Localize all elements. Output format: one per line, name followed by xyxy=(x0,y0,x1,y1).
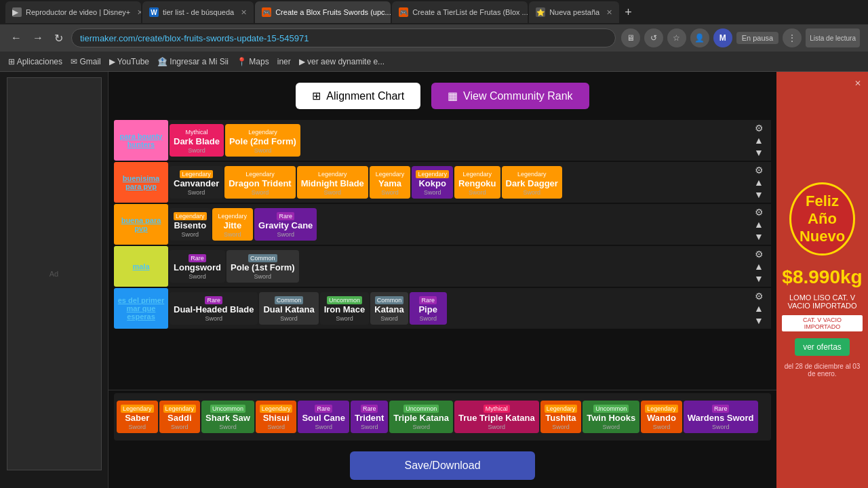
tab-disney[interactable]: ▶ Reproductor de video | Disney+ ✕ xyxy=(5,1,141,23)
iron-mace-name: Iron Mace xyxy=(324,304,366,315)
item-pipe[interactable]: Rare Pipe Sword xyxy=(410,292,447,325)
item-wando[interactable]: Legendary Wando Sword xyxy=(641,401,682,433)
extension-icon-1[interactable]: 🖥 xyxy=(621,28,640,47)
tier-settings-gear-a[interactable]: ⚙ xyxy=(755,207,764,218)
back-button[interactable]: ← xyxy=(8,29,24,47)
tier-move-down-s[interactable]: ▼ xyxy=(754,189,764,200)
item-wardens-sword[interactable]: Rare Wardens Sword Sword xyxy=(684,401,758,433)
item-twin-hooks[interactable]: Uncommon Twin Hooks Sword xyxy=(583,401,639,433)
item-pole-2nd[interactable]: Legendary Pole (2nd Form) Sword xyxy=(225,124,300,157)
tab-close-new[interactable]: ✕ xyxy=(606,8,612,17)
item-dragon-trident[interactable]: Legendary Dragon Trident Sword xyxy=(224,166,295,199)
tier-label-a: buena para pvp xyxy=(114,204,168,245)
new-tab-button[interactable]: + xyxy=(620,5,636,20)
item-dark-dagger[interactable]: Legendary Dark Dagger Sword xyxy=(502,166,562,199)
item-saddi[interactable]: Legendary Saddi Sword xyxy=(159,401,201,433)
url-input[interactable]: tiermaker.com/create/blox-fruits-swords-… xyxy=(71,28,616,47)
tier-label-b-link[interactable]: mala xyxy=(132,262,149,270)
item-katana[interactable]: Common Katana Sword xyxy=(370,292,408,325)
left-advertisement: Ad xyxy=(0,72,108,488)
ad-offer-button[interactable]: ver ofertas xyxy=(795,338,850,356)
item-dual-headed-blade[interactable]: Rare Dual-Headed Blade Sword xyxy=(170,292,258,325)
tier-label-c-link[interactable]: es del primer mar que esperas xyxy=(117,296,165,321)
item-tushita[interactable]: Legendary Tushita Sword xyxy=(540,401,582,433)
item-rengoku[interactable]: Legendary Rengoku Sword xyxy=(454,166,500,199)
bookmark-aew[interactable]: ▶ ver aew dynamite e... xyxy=(299,57,384,66)
item-pole-1st[interactable]: Common Pole (1st Form) Sword xyxy=(226,250,299,283)
item-shark-saw[interactable]: Uncommon Shark Saw Sword xyxy=(201,401,254,433)
item-dual-katana[interactable]: Common Dual Katana Sword xyxy=(259,292,318,325)
item-canvander[interactable]: Legendary Canvander Sword xyxy=(170,166,223,199)
tier-move-down-c[interactable]: ▼ xyxy=(754,315,764,326)
tier-move-up-c[interactable]: ▲ xyxy=(754,303,764,314)
tier-settings-gear-s[interactable]: ⚙ xyxy=(755,165,764,176)
tier-move-up-bounty[interactable]: ▲ xyxy=(754,135,764,146)
tab-blox-fruits-1[interactable]: 🎮 Create a Blox Fruits Swords (upc... ✕ xyxy=(255,1,391,23)
tier-settings-gear-c[interactable]: ⚙ xyxy=(755,291,764,302)
item-true-triple-katana[interactable]: Mythical True Triple Katana Sword xyxy=(454,401,539,433)
item-iron-mace[interactable]: Uncommon Iron Mace Sword xyxy=(320,292,370,325)
item-bisento[interactable]: Legendary Bisento Sword xyxy=(170,208,211,241)
tab-close-search[interactable]: ✕ xyxy=(241,8,247,17)
dual-headed-rarity: Rare xyxy=(205,296,222,304)
bookmark-youtube[interactable]: ▶ YouTube xyxy=(109,57,149,66)
bookmark-gmail[interactable]: ✉ Gmail xyxy=(71,57,101,66)
pole1st-type: Sword xyxy=(254,273,272,280)
save-download-button[interactable]: Save/Download xyxy=(350,451,534,480)
katana-rarity: Common xyxy=(375,296,404,304)
pipe-name: Pipe xyxy=(418,304,437,315)
tier-move-up-b[interactable]: ▲ xyxy=(754,261,764,272)
toolbar-icons: 🖥 ↺ ☆ 👤 M En pausa ⋮ Lista de lectura xyxy=(621,28,860,47)
tier-move-down-b[interactable]: ▼ xyxy=(754,273,764,284)
wardens-sword-rarity: Rare xyxy=(712,405,730,413)
item-gravity-cane[interactable]: Rare Gravity Cane Sword xyxy=(254,208,317,241)
community-rank-button[interactable]: ▦ View Community Rank xyxy=(431,83,589,109)
tier-label-s-link[interactable]: buenisima para pvp xyxy=(117,174,165,190)
tier-settings-a: ⚙ ▲ ▼ xyxy=(747,204,771,245)
center-content: ⊞ Alignment Chart ▦ View Community Rank … xyxy=(108,72,776,488)
tab-tierlist-search[interactable]: W tier list - de búsqueda ✕ xyxy=(142,1,254,23)
item-soul-cane[interactable]: Rare Soul Cane Sword xyxy=(298,401,349,433)
item-kokpo[interactable]: Legendary Kokpo Sword xyxy=(412,166,453,199)
yama-name: Yama xyxy=(378,178,401,189)
item-jitte[interactable]: Legendary Jitte Sword xyxy=(212,208,254,241)
forward-button[interactable]: → xyxy=(30,29,46,47)
item-midnight-blade[interactable]: Legendary Midnight Blade Sword xyxy=(297,166,368,199)
tier-move-down-a[interactable]: ▼ xyxy=(754,231,764,242)
tier-move-down-bounty[interactable]: ▼ xyxy=(754,147,764,158)
refresh-icon[interactable]: ↺ xyxy=(644,28,663,47)
item-shisui[interactable]: Legendary Shisui Sword xyxy=(256,401,297,433)
item-saber[interactable]: Legendary Saber Sword xyxy=(117,401,158,433)
saddi-rarity: Legendary xyxy=(163,405,197,413)
tab-new[interactable]: ⭐ Nueva pestaña ✕ xyxy=(529,1,619,23)
tab-close-disney[interactable]: ✕ xyxy=(137,8,141,17)
tier-label-bounty-link[interactable]: para bounty hunters xyxy=(117,132,165,148)
bookmark-iner[interactable]: iner xyxy=(277,57,291,66)
menu-icon[interactable]: ⋮ xyxy=(783,28,802,47)
tier-label-a-link[interactable]: buena para pvp xyxy=(117,216,165,232)
ad-close[interactable]: ✕ xyxy=(854,79,861,88)
tier-settings-gear-b[interactable]: ⚙ xyxy=(755,249,764,260)
tab-favicon-blox2: 🎮 xyxy=(399,7,408,17)
tab-blox-fruits-2[interactable]: 🎮 Create a TierList de Frutas (Blox ... … xyxy=(392,1,528,23)
bookmark-sii[interactable]: 🏦 Ingresar a Mi Sii xyxy=(157,57,229,66)
tier-settings-gear-bounty[interactable]: ⚙ xyxy=(755,123,764,134)
star-icon[interactable]: ☆ xyxy=(667,28,686,47)
item-triple-katana[interactable]: Uncommon Triple Katana Sword xyxy=(389,401,453,433)
profile-icon[interactable]: 👤 xyxy=(690,28,709,47)
pause-button[interactable]: En pausa xyxy=(736,32,778,44)
bookmark-maps[interactable]: 📍 Maps xyxy=(237,57,269,66)
reload-button[interactable]: ↻ xyxy=(52,29,66,47)
item-trident[interactable]: Rare Trident Sword xyxy=(351,401,388,433)
bookmark-apps[interactable]: ⊞ Aplicaciones xyxy=(8,57,62,66)
alignment-chart-button[interactable]: ⊞ Alignment Chart xyxy=(296,83,420,109)
google-account-icon[interactable]: M xyxy=(713,28,732,47)
tier-items-bounty: Mythical Dark Blade Sword Legendary Pole… xyxy=(168,120,747,161)
true-triple-katana-name: True Triple Katana xyxy=(458,413,535,424)
item-dark-blade[interactable]: Mythical Dark Blade Sword xyxy=(170,124,224,157)
reading-list-icon[interactable]: Lista de lectura xyxy=(806,28,860,47)
item-yama[interactable]: Legendary Yama Sword xyxy=(370,166,411,199)
tier-move-up-s[interactable]: ▲ xyxy=(754,177,764,188)
tier-move-up-a[interactable]: ▲ xyxy=(754,219,764,230)
item-longsword[interactable]: Rare Longsword Sword xyxy=(170,250,225,283)
